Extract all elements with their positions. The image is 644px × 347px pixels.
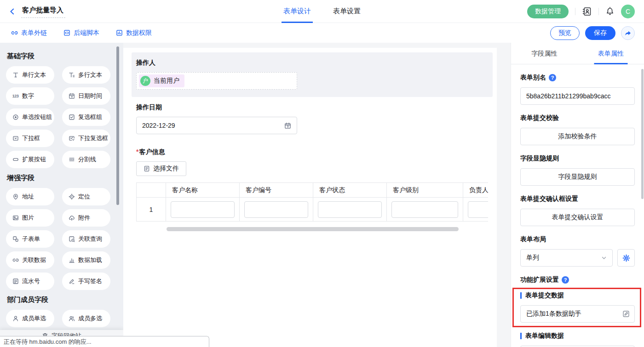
gear-icon	[622, 254, 630, 262]
field-pill[interactable]: 单选按钮组	[6, 108, 54, 126]
back-button[interactable]	[8, 7, 17, 16]
table-horizontal-scrollbar[interactable]	[167, 227, 459, 231]
data-manage-button[interactable]: 数据管理	[527, 5, 569, 18]
back-chevron-icon	[8, 7, 17, 16]
data-assistant-value: 已添加1条数据助手	[526, 310, 581, 318]
form-external-link[interactable]: 表单外链	[11, 29, 47, 37]
panel-body: 表单别名 ? 5b8a26b211b21299bab9cacc 表单提交校验 添…	[511, 74, 644, 347]
multi-select-icon	[68, 135, 75, 142]
tab-field-properties[interactable]: 字段属性	[511, 43, 578, 64]
date-input[interactable]: 2022-12-29	[136, 117, 297, 134]
field-pill[interactable]: 子表单	[6, 230, 54, 248]
cell-input[interactable]	[171, 201, 235, 218]
date-field-block[interactable]: 操作日期 2022-12-29	[132, 97, 493, 142]
submit-confirm-button[interactable]: 表单提交确认设置	[520, 209, 635, 226]
share-button[interactable]	[621, 26, 635, 40]
cell-input[interactable]	[318, 201, 382, 218]
form-alias-label-text: 表单别名	[520, 74, 546, 82]
customer-info-label: *客户信息	[136, 147, 488, 156]
enhanced-field-grid: 地址 定位 图片 附件 子表单 关联查询 关联数据 数据加载 流水号 手写签名	[6, 188, 123, 290]
form-alias-input[interactable]: 5b8a26b211b21299bab9cacc	[520, 87, 635, 105]
date-value: 2022-12-29	[142, 122, 175, 129]
help-icon[interactable]: ?	[549, 74, 556, 81]
contacts-icon[interactable]	[582, 6, 592, 17]
data-permission-link[interactable]: 数据权限	[116, 29, 152, 37]
cell-input[interactable]	[391, 201, 458, 218]
field-pill[interactable]: 地址	[6, 188, 54, 205]
field-pill[interactable]: 扩展按钮	[6, 151, 54, 168]
page-title[interactable]: 客户批量导入	[21, 5, 65, 18]
single-line-text-icon	[12, 72, 19, 78]
column-header: 客户编号	[240, 183, 313, 198]
row-number-header	[137, 183, 166, 198]
panel-tabs: 字段属性 表单属性	[511, 43, 644, 64]
field-pill[interactable]: 单行文本	[6, 66, 54, 84]
cell-input[interactable]	[468, 201, 488, 218]
field-pill[interactable]: 附件	[62, 209, 110, 227]
preview-button[interactable]: 预览	[550, 26, 580, 40]
field-pill[interactable]: 下拉框	[6, 130, 54, 147]
pill-label: 定位	[78, 193, 90, 201]
backend-script-link[interactable]: 后端脚本	[63, 29, 99, 37]
table-row: 1	[137, 198, 489, 222]
row-number-cell: 1	[137, 198, 166, 222]
field-pill[interactable]: 数据加载	[62, 251, 110, 269]
edit-icon[interactable]	[622, 310, 630, 318]
data-assistant-field[interactable]: 已添加1条数据助手	[520, 305, 635, 323]
field-pill[interactable]: 成员多选	[62, 310, 110, 327]
field-pill[interactable]: 关联数据	[6, 251, 54, 269]
basic-field-grid: 单行文本 多行文本 123数字 日期时间 单选按钮组 复选框组 下拉框 下拉复选…	[6, 66, 123, 168]
field-pill[interactable]: 手写签名	[62, 273, 110, 290]
field-pill[interactable]: 定位	[62, 188, 110, 205]
pill-label: 关联数据	[22, 256, 46, 264]
choose-file-label: 选择文件	[153, 165, 179, 173]
help-icon[interactable]: ?	[562, 276, 569, 284]
bell-icon[interactable]	[605, 7, 615, 16]
panel-scrollbar[interactable]	[641, 69, 644, 199]
file-icon	[144, 165, 150, 172]
submit-data-section: 表单提交数据 已添加1条数据助手	[520, 291, 635, 323]
pill-label: 复选框组	[78, 113, 102, 121]
form-canvas[interactable]: 操作人 户 当前用户 操作日期 2022-12-29	[123, 48, 497, 347]
chevron-down-icon	[601, 255, 607, 261]
choose-file-button[interactable]: 选择文件	[136, 161, 186, 176]
tab-form-design[interactable]: 表单设计	[283, 0, 311, 23]
customer-info-field-block[interactable]: *客户信息 选择文件 客户名称 客户编号 客户状态	[132, 142, 493, 239]
field-pill[interactable]: 成员单选	[6, 310, 54, 327]
divider-icon	[68, 156, 75, 163]
canvas-area: 操作人 户 当前用户 操作日期 2022-12-29	[123, 43, 511, 347]
operator-field-value[interactable]: 户 当前用户	[136, 72, 297, 90]
table-cell	[313, 198, 387, 222]
pill-label: 数据加载	[78, 256, 102, 264]
image-icon	[12, 215, 19, 221]
save-button[interactable]: 保存	[585, 26, 615, 40]
field-pill[interactable]: 日期时间	[62, 87, 110, 105]
pill-label: 成员单选	[22, 314, 46, 323]
top-bar: 客户批量导入 表单设计 表单设置 数据管理 C	[0, 0, 644, 23]
field-pill[interactable]: 图片	[6, 209, 54, 227]
avatar[interactable]: C	[621, 5, 635, 18]
visibility-rules-button[interactable]: 字段显隐规则	[520, 168, 635, 186]
field-pill[interactable]: 分割线	[62, 151, 110, 168]
table-cell	[463, 198, 489, 222]
tab-form-settings[interactable]: 表单设置	[333, 0, 361, 23]
field-pill[interactable]: 下拉复选框	[62, 130, 110, 147]
pill-label: 多行文本	[78, 71, 102, 79]
multi-line-text-icon	[68, 72, 75, 78]
cell-input[interactable]	[244, 201, 308, 218]
number-icon: 123	[12, 94, 19, 98]
field-pill[interactable]: 关联查询	[62, 230, 110, 248]
add-check-condition-button[interactable]: 添加校验条件	[520, 128, 635, 145]
operator-field-block[interactable]: 操作人 户 当前用户	[132, 52, 493, 97]
layout-settings-button[interactable]	[617, 249, 635, 267]
user-avatar: 户	[140, 76, 150, 86]
tab-form-properties[interactable]: 表单属性	[578, 43, 644, 64]
locate-icon	[68, 193, 75, 200]
layout-select[interactable]: 单列	[520, 249, 613, 267]
sidebar-scrollbar[interactable]	[116, 46, 119, 205]
field-pill[interactable]: 复选框组	[62, 108, 110, 126]
subform-icon	[12, 236, 19, 242]
field-pill[interactable]: 多行文本	[62, 66, 110, 84]
field-pill[interactable]: 123数字	[6, 87, 54, 105]
field-pill[interactable]: 流水号	[6, 273, 54, 290]
